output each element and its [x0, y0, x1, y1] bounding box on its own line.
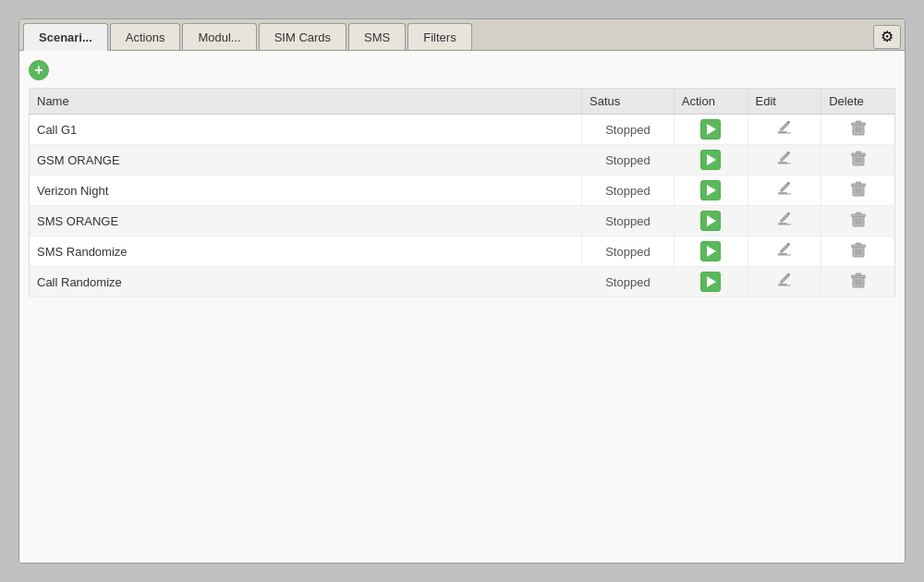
row-delete-cell [821, 115, 895, 145]
play-button[interactable] [700, 272, 721, 292]
row-delete-cell [821, 236, 895, 267]
delete-icon[interactable] [851, 120, 866, 137]
svg-rect-26 [856, 182, 861, 184]
row-edit-cell [748, 145, 821, 176]
edit-icon[interactable] [777, 273, 792, 288]
col-header-status: Satus [582, 89, 675, 115]
settings-icon: ⚙ [881, 28, 894, 45]
add-button[interactable]: + [29, 60, 49, 80]
delete-icon[interactable] [851, 242, 866, 259]
row-name: Call Randomize [30, 267, 582, 297]
col-header-delete: Delete [821, 89, 895, 115]
table-row: SMS ORANGEStopped [30, 206, 895, 236]
row-name: SMS ORANGE [30, 206, 582, 236]
table-row: GSM ORANGEStopped [30, 145, 895, 176]
row-status: Stopped [582, 145, 675, 176]
row-edit-cell [748, 115, 821, 145]
delete-icon[interactable] [851, 181, 866, 198]
tab-scenari---[interactable]: Scenari... [23, 23, 108, 51]
row-action-cell [674, 236, 748, 267]
play-button[interactable] [700, 150, 721, 170]
row-action-cell [674, 176, 748, 206]
tab-bar: Scenari...ActionsModul...SIM CardsSMSFil… [19, 19, 905, 51]
svg-marker-21 [780, 183, 789, 192]
row-status: Stopped [582, 115, 675, 145]
row-delete-cell [821, 267, 895, 297]
row-action-cell [674, 145, 748, 176]
tab-sim-cards[interactable]: SIM Cards [259, 23, 346, 50]
svg-rect-46 [856, 243, 861, 245]
row-status: Stopped [582, 206, 675, 236]
row-edit-cell [748, 206, 821, 236]
svg-marker-1 [780, 122, 789, 131]
svg-rect-6 [856, 121, 861, 123]
row-edit-cell [748, 267, 821, 297]
edit-icon[interactable] [777, 121, 792, 136]
row-status: Stopped [582, 236, 675, 267]
row-action-cell [674, 115, 748, 145]
play-button[interactable] [700, 211, 721, 231]
table-row: SMS RandomizeStopped [30, 236, 895, 267]
tab-modul---[interactable]: Modul... [182, 23, 256, 50]
delete-icon[interactable] [851, 212, 866, 228]
row-name: SMS Randomize [30, 236, 582, 267]
row-name: Call G1 [30, 115, 582, 145]
col-header-action: Action [674, 89, 748, 115]
row-name: Verizon Night [30, 176, 582, 206]
row-edit-cell [748, 176, 821, 206]
row-status: Stopped [582, 267, 675, 297]
row-edit-cell [748, 236, 821, 267]
edit-icon[interactable] [777, 152, 792, 166]
edit-icon[interactable] [777, 212, 792, 227]
row-action-cell [674, 267, 748, 297]
svg-rect-16 [856, 152, 861, 153]
svg-marker-41 [780, 244, 789, 253]
edit-icon[interactable] [777, 182, 792, 197]
row-delete-cell [821, 145, 895, 176]
play-button[interactable] [700, 241, 721, 261]
svg-marker-31 [780, 213, 789, 223]
play-button[interactable] [700, 119, 721, 139]
table-row: Call RandomizeStopped [30, 267, 895, 297]
table-header-row: Name Satus Action Edit Delete [30, 89, 895, 115]
settings-button[interactable]: ⚙ [873, 25, 901, 49]
tab-actions[interactable]: Actions [110, 23, 181, 50]
row-delete-cell [821, 176, 895, 206]
main-window: Scenari...ActionsModul...SIM CardsSMSFil… [18, 18, 906, 564]
table-row: Call G1Stopped [30, 115, 895, 145]
row-name: GSM ORANGE [30, 145, 582, 176]
tab-filters[interactable]: Filters [407, 23, 471, 50]
col-header-edit: Edit [748, 89, 821, 115]
table-row: Verizon NightStopped [30, 176, 895, 206]
svg-rect-56 [856, 273, 861, 275]
col-header-name: Name [30, 89, 582, 115]
row-status: Stopped [582, 176, 675, 206]
svg-rect-36 [856, 212, 861, 214]
svg-marker-51 [780, 274, 789, 284]
tab-sms[interactable]: SMS [348, 23, 406, 50]
svg-marker-11 [780, 152, 789, 162]
scenarios-table: Name Satus Action Edit Delete Call G1Sto… [29, 88, 895, 297]
row-action-cell [674, 206, 748, 236]
delete-icon[interactable] [851, 273, 866, 289]
row-delete-cell [821, 206, 895, 236]
play-button[interactable] [700, 180, 721, 200]
delete-icon[interactable] [851, 151, 866, 167]
edit-icon[interactable] [777, 243, 792, 258]
content-area: + Name Satus Action Edit Delete Call G1S… [19, 51, 905, 563]
